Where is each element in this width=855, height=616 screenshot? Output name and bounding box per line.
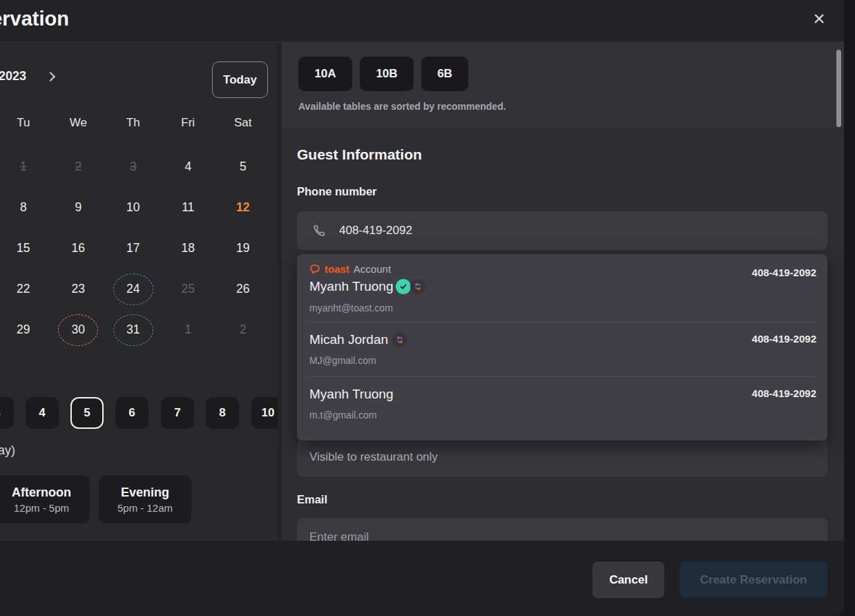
calendar-day-cell-today[interactable]: 12 [215, 187, 271, 228]
account-suggestions-dropdown: toast Account Myanh Truong [297, 254, 827, 441]
calendar-day-cell-marked[interactable]: 24 [106, 269, 161, 309]
dashed-blue-ring: 24 [113, 273, 153, 305]
calendar-day-cell: 1 [161, 309, 216, 350]
party-size-button[interactable]: 8 [206, 397, 239, 429]
table-chip[interactable]: 6B [421, 57, 468, 91]
calendar-day-cell: 1 [0, 146, 51, 187]
suggestion-name: Micah Jordan [309, 332, 407, 347]
calendar-day-cell[interactable]: 23 [51, 269, 106, 309]
today-button[interactable]: Today [212, 61, 268, 98]
phone-number-label: Phone number [297, 185, 377, 198]
calendar-month-label: August 2023 [0, 69, 26, 87]
verified-icon [396, 279, 411, 294]
calendar-grid: 1 2 3 4 5 8 9 10 11 12 15 16 17 18 19 22… [0, 146, 271, 350]
sync-icon [392, 332, 407, 347]
calendar-day-cell: 3 [106, 146, 161, 187]
guest-information-section: Guest Information Phone number 408-419-2… [282, 128, 844, 541]
party-size-button[interactable]: 3 [0, 397, 14, 429]
calendar-day-cell[interactable]: 8 [0, 187, 51, 228]
time-slot-name: Evening [121, 485, 169, 500]
calendar-day-cell[interactable]: 19 [215, 228, 271, 269]
toast-logo-icon [309, 264, 320, 275]
sync-icon [410, 279, 425, 294]
suggestion-email: m.t@gmail.com [309, 410, 376, 421]
create-reservation-screen: Create Reservation × August 2023 Today T… [0, 0, 855, 616]
close-icon[interactable]: × [805, 4, 833, 33]
calendar-day-cell[interactable]: 22 [0, 269, 51, 309]
tables-section: 10A 10B 6B Available tables are sorted b… [282, 43, 844, 128]
suggestion-phone: 408-419-2092 [752, 267, 816, 278]
weekday-label: We [51, 116, 106, 130]
weekday-label: Tu [0, 116, 51, 130]
weekday-row: Tu We Th Fri Sat [0, 116, 271, 130]
calendar-day-cell[interactable]: 16 [51, 228, 106, 269]
tables-hint-text: Available tables are sorted by recommend… [298, 101, 506, 112]
phone-input-value: 408-419-2092 [339, 224, 412, 238]
calendar-day-cell[interactable]: 5 [215, 146, 271, 187]
table-options-row: 10A 10B 6B [298, 57, 468, 91]
suggestion-phone: 408-419-2092 [752, 333, 816, 345]
notes-placeholder: Visible to restaurant only [309, 450, 438, 464]
weekday-label: Fri [161, 116, 216, 130]
calendar-day-cell[interactable]: 17 [106, 228, 161, 269]
calendar-day-cell[interactable]: 18 [161, 228, 216, 269]
suggestion-phone: 408-419-2092 [752, 387, 816, 399]
toast-account-badge: toast Account [309, 263, 391, 275]
cancel-button[interactable]: Cancel [593, 561, 664, 598]
phone-input[interactable]: 408-419-2092 [297, 211, 827, 250]
modal-header: Create Reservation × [0, 0, 844, 43]
calendar-day-cell[interactable]: 26 [215, 269, 271, 309]
date-time-panel: August 2023 Today Tu We Th Fri Sat 1 2 3… [0, 43, 278, 541]
suggestion-email: myanht@toast.com [309, 302, 393, 314]
party-size-button[interactable]: 7 [161, 397, 194, 429]
calendar-day-cell-marked[interactable]: 31 [106, 309, 161, 350]
modal-footer: Cancel Create Reservation [0, 541, 844, 616]
next-month-icon[interactable] [46, 72, 55, 81]
time-slot-afternoon[interactable]: Afternoon 12pm - 5pm [0, 475, 90, 523]
notes-input[interactable]: Visible to restaurant only [297, 438, 827, 477]
calendar-day-cell-marked[interactable]: 30 [51, 309, 106, 350]
modal-title: Create Reservation [0, 5, 69, 38]
weekday-label: Th [106, 116, 161, 130]
create-reservation-button[interactable]: Create Reservation [680, 561, 827, 598]
calendar-day-cell[interactable]: 9 [51, 187, 106, 228]
calendar-day-cell[interactable]: 15 [0, 228, 51, 269]
table-chip[interactable]: 10A [298, 57, 352, 91]
weekday-label: Sat [215, 116, 271, 130]
party-size-button[interactable]: 10 [251, 397, 278, 429]
time-of-day-label: Time (time of day) [0, 443, 15, 461]
suggestion-name: Myanh Truong [309, 279, 425, 294]
guest-information-title: Guest Information [297, 146, 422, 163]
calendar-day-cell[interactable]: 4 [161, 146, 216, 187]
time-slot-evening[interactable]: Evening 5pm - 12am [99, 475, 191, 523]
scrollbar-thumb[interactable] [836, 50, 841, 127]
calendar-day-cell[interactable]: 29 [0, 309, 51, 350]
create-reservation-modal: Create Reservation × August 2023 Today T… [0, 0, 844, 616]
dashed-blue-ring: 31 [113, 314, 153, 346]
suggestion-name: Myanh Truong [309, 387, 393, 402]
phone-icon [312, 224, 327, 238]
party-size-button[interactable]: 4 [26, 397, 59, 429]
account-suggestion-row[interactable]: toast Account Myanh Truong [297, 254, 827, 322]
party-size-button[interactable]: 6 [115, 397, 148, 429]
account-suggestion-row[interactable]: Micah Jordan MJ@gmail.com 408-419-2092 [297, 322, 827, 376]
calendar-day-cell: 25 [161, 269, 216, 309]
calendar-day-cell[interactable]: 11 [161, 187, 216, 228]
calendar-day-cell[interactable]: 10 [106, 187, 161, 228]
time-slot-range: 5pm - 12am [117, 502, 173, 514]
time-slot-range: 12pm - 5pm [14, 502, 69, 514]
party-size-button-selected[interactable]: 5 [70, 397, 104, 429]
calendar-day-cell: 2 [51, 146, 106, 187]
table-chip[interactable]: 10B [360, 57, 414, 91]
email-label: Email [297, 493, 327, 506]
time-slot-name: Afternoon [12, 485, 71, 500]
suggestion-email: MJ@gmail.com [309, 355, 376, 366]
dashed-red-ring: 30 [58, 314, 98, 346]
account-suggestion-row[interactable]: Myanh Truong m.t@gmail.com 408-419-2092 [297, 376, 827, 440]
calendar-day-cell: 2 [215, 309, 271, 350]
